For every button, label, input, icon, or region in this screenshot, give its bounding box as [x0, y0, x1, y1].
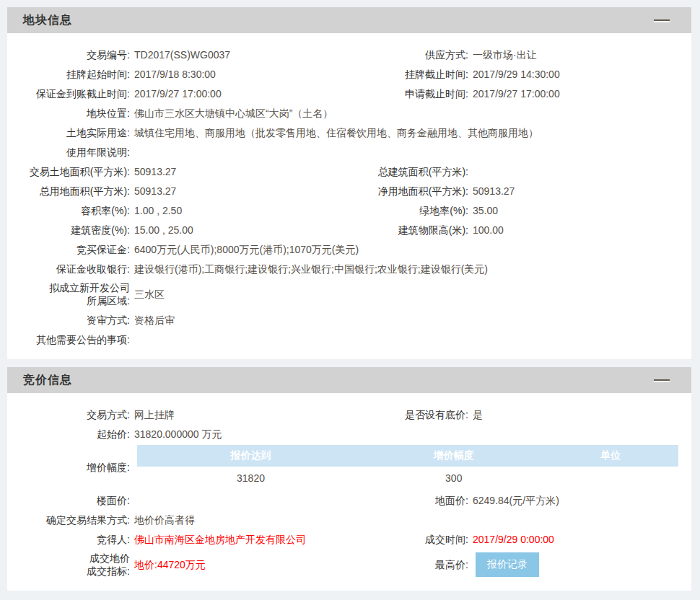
bid-record-button[interactable]: 报价记录 [476, 552, 539, 577]
reserve-price-value: 是 [468, 408, 483, 421]
new-company-region-value: 三水区 [130, 288, 165, 301]
field-cell: 绿地率(%): 35.00 [349, 204, 691, 217]
bidding-info-panel: 竞价信息 交易方式: 网上挂牌 是否设有底价: 是 起始价: 31820.000… [7, 367, 691, 591]
building-density-value: 15.00 , 25.00 [130, 224, 193, 237]
building-density-label: 建筑密度(%): [7, 224, 130, 237]
field-row: 挂牌起始时间: 2017/9/18 8:30:00 挂牌截止时间: 2017/9… [7, 64, 691, 84]
field-cell: 净用地面积(平方米): 50913.27 [349, 185, 691, 198]
transaction-id-value: TD2017(SS)WG0037 [130, 48, 230, 61]
field-cell: 最高价: 报价记录 [349, 552, 691, 577]
deal-price-label-line2: 成交指标: [7, 565, 130, 578]
field-cell: 是否设有底价: 是 [349, 408, 691, 421]
apply-deadline-value: 2017/9/27 17:00:00 [468, 87, 560, 100]
field-cell: 楼面价: [7, 494, 349, 507]
field-cell: 总用地面积(平方米): 50913.27 [7, 185, 349, 198]
field-row: 拟成立新开发公司 所属区域: 三水区 [7, 278, 691, 310]
plot-ratio-value: 1.00 , 2.50 [130, 204, 182, 217]
increment-row: 增价幅度: 报价达到 增价幅度 单位 31820 300 [7, 445, 691, 489]
field-row: 竞得人: 佛山市南海区金地房地产开发有限公司 成交时间: 2017/9/29 0… [7, 529, 691, 549]
height-limit-value: 100.00 [468, 224, 504, 237]
field-row: 交易土地面积(平方米): 50913.27 总建筑面积(平方米): [7, 162, 691, 181]
field-cell: 竞得人: 佛山市南海区金地房地产开发有限公司 [7, 533, 349, 546]
field-row: 保证金到账截止时间: 2017/9/27 17:00:00 申请截止时间: 20… [7, 84, 691, 103]
field-row: 交易方式: 网上挂牌 是否设有底价: 是 [7, 405, 691, 424]
field-cell: 交易方式: 网上挂牌 [7, 408, 349, 421]
bid-deposit-value: 6400万元(人民币);8000万元(港币);1070万元(美元) [130, 243, 359, 256]
field-row: 建筑密度(%): 15.00 , 25.00 建筑物限高(米): 100.00 [7, 220, 691, 239]
field-row: 起始价: 31820.000000 万元 [7, 424, 691, 444]
deal-price-value: 地价:44720万元 [130, 558, 206, 571]
field-cell: 建筑物限高(米): 100.00 [349, 224, 691, 237]
field-cell: 供应方式: 一级市场·出让 [349, 48, 691, 61]
field-cell: 挂牌起始时间: 2017/9/18 8:30:00 [7, 68, 349, 81]
field-row: 其他需要公告的事项: [7, 330, 691, 349]
new-company-region-label-line2: 所属区域: [7, 294, 130, 307]
field-cell: 容积率(%): 1.00 , 2.50 [7, 204, 349, 217]
page: 地块信息 交易编号: TD2017(SS)WG0037 供应方式: 一级市场·出… [0, 0, 700, 600]
result-method-value: 地价价高者得 [130, 513, 195, 526]
increment-cell-price-reached: 31820 [137, 472, 364, 484]
field-cell: 保证金到账截止时间: 2017/9/27 17:00:00 [7, 87, 349, 100]
deposit-deadline-value: 2017/9/27 17:00:00 [130, 87, 222, 100]
trade-land-area-value: 50913.27 [130, 165, 176, 178]
parcel-location-value: 佛山市三水区大塘镇中心城区“大岗”（土名） [130, 107, 333, 120]
deal-time-value: 2017/9/29 0:00:00 [468, 533, 554, 546]
qualification-review-value: 资格后审 [130, 314, 175, 327]
land-panel-body: 交易编号: TD2017(SS)WG0037 供应方式: 一级市场·出让 挂牌起… [7, 33, 691, 359]
land-info-panel: 地块信息 交易编号: TD2017(SS)WG0037 供应方式: 一级市场·出… [7, 7, 691, 359]
field-cell: 挂牌截止时间: 2017/9/29 14:30:00 [349, 68, 691, 81]
deal-price-label-line1: 成交地价 [7, 552, 130, 565]
bidding-panel-title: 竞价信息 [23, 373, 72, 388]
field-cell: 地面价: 6249.84(元/平方米) [349, 494, 691, 507]
qualification-review-label: 资审方式: [7, 314, 130, 327]
listing-end-value: 2017/9/29 14:30:00 [468, 68, 560, 81]
listing-start-label: 挂牌起始时间: [7, 68, 130, 81]
bid-deposit-label: 竞买保证金: [7, 243, 130, 256]
increment-col-header-price-reached: 报价达到 [137, 449, 364, 462]
transaction-id-label: 交易编号: [7, 48, 130, 61]
deposit-bank-label: 保证金收取银行: [7, 262, 130, 275]
start-price-value: 31820.000000 万元 [130, 428, 222, 441]
new-company-region-label-line1: 拟成立新开发公司 [7, 281, 130, 294]
new-company-region-label: 拟成立新开发公司 所属区域: [7, 281, 130, 307]
field-cell: 总建筑面积(平方米): [349, 165, 691, 178]
collapse-minus-icon[interactable] [654, 379, 670, 381]
plot-ratio-label: 容积率(%): [7, 204, 130, 217]
floor-price-label: 楼面价: [7, 494, 130, 507]
increment-table-header: 报价达到 增价幅度 单位 [137, 445, 678, 467]
apply-deadline-label: 申请截止时间: [349, 87, 468, 100]
field-row: 交易编号: TD2017(SS)WG0037 供应方式: 一级市场·出让 [7, 45, 691, 64]
land-panel-title: 地块信息 [23, 13, 72, 28]
increment-col-header-unit: 单位 [543, 449, 679, 462]
trade-method-label: 交易方式: [7, 408, 130, 421]
winner-value: 佛山市南海区金地房地产开发有限公司 [130, 533, 306, 546]
ground-price-value: 6249.84(元/平方米) [468, 494, 559, 507]
field-row: 容积率(%): 1.00 , 2.50 绿地率(%): 35.00 [7, 200, 691, 220]
highest-price-label: 最高价: [349, 558, 468, 571]
land-use-value: 城镇住宅用地、商服用地（批发零售用地、住宿餐饮用地、商务金融用地、其他商服用地） [130, 126, 538, 139]
field-cell: 交易土地面积(平方米): 50913.27 [7, 165, 349, 178]
other-announcements-label: 其他需要公告的事项: [7, 333, 130, 346]
net-site-area-label: 净用地面积(平方米): [349, 185, 468, 198]
reserve-price-label: 是否设有底价: [349, 408, 468, 421]
trade-land-area-label: 交易土地面积(平方米): [7, 165, 130, 178]
field-cell: 建筑密度(%): 15.00 , 25.00 [7, 224, 349, 237]
field-row: 土地实际用途: 城镇住宅用地、商服用地（批发零售用地、住宿餐饮用地、商务金融用地… [7, 123, 691, 142]
field-row: 资审方式: 资格后审 [7, 310, 691, 330]
field-row: 竞买保证金: 6400万元(人民币);8000万元(港币);1070万元(美元) [7, 239, 691, 259]
result-method-label: 确定交易结果方式: [7, 513, 130, 526]
land-use-label: 土地实际用途: [7, 126, 130, 139]
field-cell: 成交地价 成交指标: 地价:44720万元 [7, 552, 349, 578]
field-row: 确定交易结果方式: 地价价高者得 [7, 510, 691, 529]
net-site-area-value: 50913.27 [468, 185, 515, 198]
field-row: 成交地价 成交指标: 地价:44720万元 最高价: 报价记录 [7, 549, 691, 581]
field-row: 楼面价: 地面价: 6249.84(元/平方米) [7, 490, 691, 510]
parcel-location-label: 地块位置: [7, 107, 130, 120]
green-ratio-value: 35.00 [468, 204, 498, 217]
total-site-area-label: 总用地面积(平方米): [7, 185, 130, 198]
collapse-minus-icon[interactable] [654, 19, 670, 21]
total-site-area-value: 50913.27 [130, 185, 176, 198]
start-price-label: 起始价: [7, 428, 130, 441]
height-limit-label: 建筑物限高(米): [349, 224, 468, 237]
land-panel-header: 地块信息 [7, 7, 691, 33]
